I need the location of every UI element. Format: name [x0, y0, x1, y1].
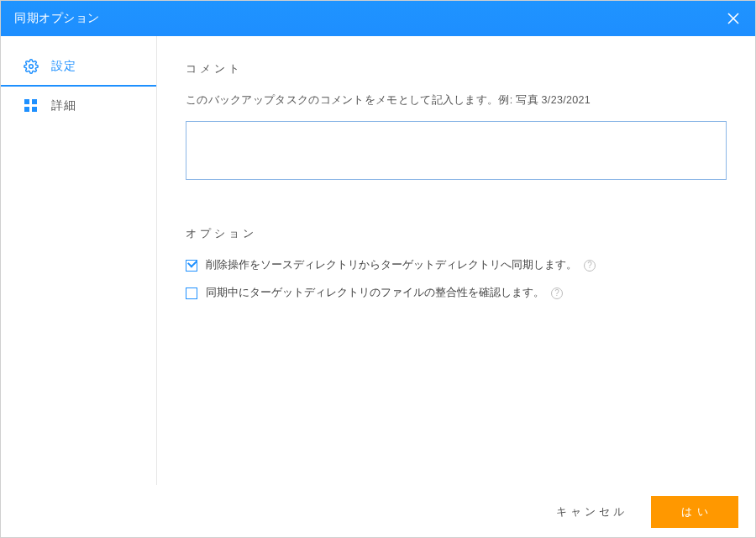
option-row-verify-integrity: 同期中にターゲットディレクトリのファイルの整合性を確認します。 ? [186, 286, 727, 300]
close-button[interactable] [722, 7, 745, 30]
cancel-button[interactable]: キャンセル [548, 498, 636, 526]
content-area: 設定 詳細 コメント このバックアップタスクのコメントをメモとして記入します。例… [1, 36, 755, 485]
checkbox-sync-delete[interactable] [186, 260, 197, 272]
svg-rect-4 [32, 99, 37, 104]
footer: キャンセル はい [1, 485, 755, 538]
svg-rect-6 [32, 107, 37, 112]
svg-point-2 [29, 65, 34, 69]
section-title-comment: コメント [186, 61, 727, 76]
checkbox-verify-integrity[interactable] [186, 287, 197, 299]
gear-icon [23, 58, 39, 75]
help-icon[interactable]: ? [584, 260, 596, 272]
sidebar: 設定 詳細 [1, 36, 157, 485]
help-icon[interactable]: ? [551, 287, 563, 299]
comment-hint: このバックアップタスクのコメントをメモとして記入します。例: 写真 3/23/2… [186, 93, 727, 108]
option-label: 同期中にターゲットディレクトリのファイルの整合性を確認します。 [206, 286, 544, 300]
sidebar-item-label: 設定 [51, 59, 76, 74]
close-icon [727, 13, 739, 24]
option-row-sync-delete: 削除操作をソースディレクトリからターゲットディレクトリへ同期します。 ? [186, 258, 727, 272]
section-options: オプション 削除操作をソースディレクトリからターゲットディレクトリへ同期します。… [181, 216, 732, 330]
sidebar-item-details[interactable]: 詳細 [1, 87, 156, 125]
ok-button[interactable]: はい [651, 496, 738, 528]
main-panel: コメント このバックアップタスクのコメントをメモとして記入します。例: 写真 3… [157, 36, 755, 485]
comment-input[interactable] [186, 121, 727, 180]
option-label: 削除操作をソースディレクトリからターゲットディレクトリへ同期します。 [206, 258, 577, 272]
sidebar-item-settings[interactable]: 設定 [1, 48, 156, 87]
titlebar: 同期オプション [1, 1, 755, 36]
svg-rect-5 [24, 107, 29, 112]
svg-rect-3 [24, 99, 29, 104]
window-title: 同期オプション [14, 11, 722, 26]
grid-icon [23, 98, 39, 114]
section-title-options: オプション [186, 226, 727, 241]
section-comment: コメント このバックアップタスクのコメントをメモとして記入します。例: 写真 3… [181, 51, 732, 199]
sidebar-item-label: 詳細 [51, 98, 76, 113]
